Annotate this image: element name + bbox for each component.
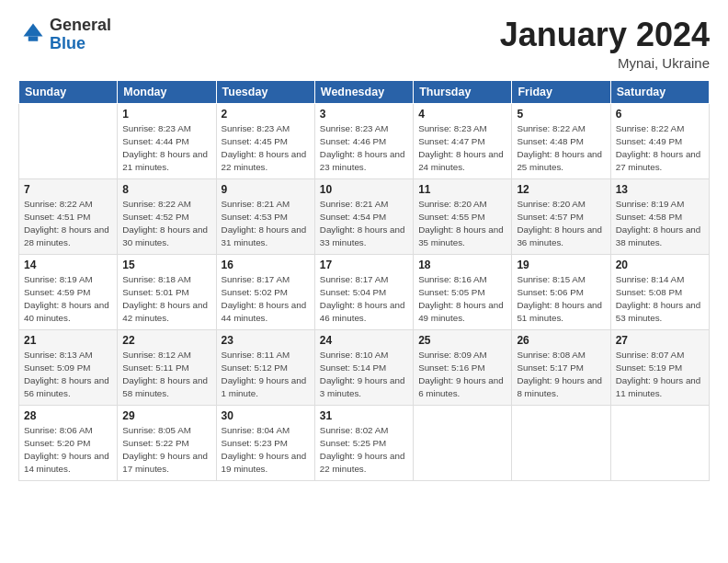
day-number: 11 [418,183,506,196]
day-detail: Sunrise: 8:06 AMSunset: 5:20 PMDaylight:… [24,424,112,477]
day-number: 1 [122,108,210,121]
calendar-table: Sunday Monday Tuesday Wednesday Thursday… [18,80,710,481]
calendar-cell: 4 Sunrise: 8:23 AMSunset: 4:47 PMDayligh… [414,103,512,178]
calendar-week-4: 21 Sunrise: 8:13 AMSunset: 5:09 PMDaylig… [19,329,710,405]
day-number: 24 [320,334,408,347]
day-number: 26 [517,334,605,347]
calendar-cell: 25 Sunrise: 8:09 AMSunset: 5:16 PMDaylig… [414,329,512,405]
calendar-cell: 1 Sunrise: 8:23 AMSunset: 4:44 PMDayligh… [118,103,216,178]
calendar-cell: 2 Sunrise: 8:23 AMSunset: 4:45 PMDayligh… [216,103,314,178]
day-detail: Sunrise: 8:11 AMSunset: 5:12 PMDaylight:… [222,349,310,401]
day-detail: Sunrise: 8:10 AMSunset: 5:14 PMDaylight:… [320,349,408,401]
day-detail: Sunrise: 8:21 AMSunset: 4:53 PMDaylight:… [222,198,310,250]
col-saturday: Saturday [610,80,709,103]
day-detail: Sunrise: 8:23 AMSunset: 4:46 PMDaylight:… [320,122,408,175]
calendar-cell: 31 Sunrise: 8:02 AMSunset: 5:25 PMDaylig… [314,405,413,480]
day-number: 18 [418,259,506,271]
calendar-cell: 16 Sunrise: 8:17 AMSunset: 5:02 PMDaylig… [216,254,314,329]
calendar-cell: 13 Sunrise: 8:19 AMSunset: 4:58 PMDaylig… [610,178,709,254]
day-detail: Sunrise: 8:20 AMSunset: 4:55 PMDaylight:… [418,198,506,250]
day-number: 3 [320,108,408,121]
calendar-cell [414,405,512,480]
day-number: 2 [222,108,310,121]
day-detail: Sunrise: 8:19 AMSunset: 4:59 PMDaylight:… [24,273,112,326]
day-number: 22 [122,334,210,347]
day-number: 14 [24,259,112,271]
day-detail: Sunrise: 8:02 AMSunset: 5:25 PMDaylight:… [320,424,408,477]
day-number: 12 [517,183,605,196]
day-number: 29 [122,409,210,422]
day-number: 10 [320,183,408,196]
day-detail: Sunrise: 8:04 AMSunset: 5:23 PMDaylight:… [222,424,310,477]
calendar-week-3: 14 Sunrise: 8:19 AMSunset: 4:59 PMDaylig… [19,254,710,329]
calendar-cell: 27 Sunrise: 8:07 AMSunset: 5:19 PMDaylig… [610,329,709,405]
col-sunday: Sunday [19,80,118,103]
day-number: 31 [320,409,408,422]
day-detail: Sunrise: 8:17 AMSunset: 5:02 PMDaylight:… [222,273,310,326]
day-detail: Sunrise: 8:16 AMSunset: 5:05 PMDaylight:… [418,273,506,326]
col-wednesday: Wednesday [314,80,413,103]
calendar-cell [19,103,118,178]
day-number: 20 [616,259,704,271]
day-number: 21 [24,334,112,347]
title-block: January 2024 Mynai, Ukraine [500,17,710,71]
col-monday: Monday [118,80,216,103]
day-number: 4 [418,108,506,121]
day-detail: Sunrise: 8:14 AMSunset: 5:08 PMDaylight:… [616,273,704,326]
calendar-cell: 30 Sunrise: 8:04 AMSunset: 5:23 PMDaylig… [216,405,314,480]
day-detail: Sunrise: 8:20 AMSunset: 4:57 PMDaylight:… [517,198,605,250]
calendar-cell: 8 Sunrise: 8:22 AMSunset: 4:52 PMDayligh… [118,178,216,254]
day-detail: Sunrise: 8:22 AMSunset: 4:51 PMDaylight:… [24,198,112,250]
day-detail: Sunrise: 8:22 AMSunset: 4:48 PMDaylight:… [517,122,605,175]
calendar-cell: 29 Sunrise: 8:05 AMSunset: 5:22 PMDaylig… [118,405,216,480]
calendar-cell: 14 Sunrise: 8:19 AMSunset: 4:59 PMDaylig… [19,254,118,329]
day-number: 8 [122,183,210,196]
logo-blue-text: Blue [50,34,85,52]
calendar-cell: 22 Sunrise: 8:12 AMSunset: 5:11 PMDaylig… [118,329,216,405]
day-detail: Sunrise: 8:19 AMSunset: 4:58 PMDaylight:… [616,198,704,250]
day-detail: Sunrise: 8:08 AMSunset: 5:17 PMDaylight:… [517,349,605,401]
col-tuesday: Tuesday [216,80,314,103]
calendar-page: General Blue January 2024 Mynai, Ukraine… [0,0,728,563]
day-number: 19 [517,259,605,271]
day-number: 15 [122,259,210,271]
calendar-cell: 24 Sunrise: 8:10 AMSunset: 5:14 PMDaylig… [314,329,413,405]
header-row: Sunday Monday Tuesday Wednesday Thursday… [19,80,710,103]
day-detail: Sunrise: 8:22 AMSunset: 4:49 PMDaylight:… [616,122,704,175]
calendar-title: January 2024 [500,17,710,53]
day-number: 27 [616,334,704,347]
day-number: 7 [24,183,112,196]
day-detail: Sunrise: 8:22 AMSunset: 4:52 PMDaylight:… [122,198,210,250]
day-detail: Sunrise: 8:07 AMSunset: 5:19 PMDaylight:… [616,349,704,401]
day-detail: Sunrise: 8:23 AMSunset: 4:44 PMDaylight:… [122,122,210,175]
calendar-cell: 9 Sunrise: 8:21 AMSunset: 4:53 PMDayligh… [216,178,314,254]
logo-icon [20,20,46,46]
calendar-cell: 20 Sunrise: 8:14 AMSunset: 5:08 PMDaylig… [610,254,709,329]
svg-marker-0 [24,23,43,36]
day-detail: Sunrise: 8:18 AMSunset: 5:01 PMDaylight:… [122,273,210,326]
calendar-cell: 26 Sunrise: 8:08 AMSunset: 5:17 PMDaylig… [512,329,610,405]
day-number: 25 [418,334,506,347]
day-detail: Sunrise: 8:05 AMSunset: 5:22 PMDaylight:… [122,424,210,477]
logo-general-text: General [50,16,111,34]
calendar-week-5: 28 Sunrise: 8:06 AMSunset: 5:20 PMDaylig… [19,405,710,480]
calendar-cell: 10 Sunrise: 8:21 AMSunset: 4:54 PMDaylig… [314,178,413,254]
header: General Blue January 2024 Mynai, Ukraine [18,17,710,71]
calendar-week-1: 1 Sunrise: 8:23 AMSunset: 4:44 PMDayligh… [19,103,710,178]
calendar-cell: 12 Sunrise: 8:20 AMSunset: 4:57 PMDaylig… [512,178,610,254]
calendar-cell: 21 Sunrise: 8:13 AMSunset: 5:09 PMDaylig… [19,329,118,405]
calendar-cell [512,405,610,480]
svg-rect-1 [28,36,39,40]
calendar-cell: 19 Sunrise: 8:15 AMSunset: 5:06 PMDaylig… [512,254,610,329]
day-detail: Sunrise: 8:13 AMSunset: 5:09 PMDaylight:… [24,349,112,401]
day-detail: Sunrise: 8:12 AMSunset: 5:11 PMDaylight:… [122,349,210,401]
day-detail: Sunrise: 8:09 AMSunset: 5:16 PMDaylight:… [418,349,506,401]
day-number: 30 [222,409,310,422]
col-friday: Friday [512,80,610,103]
day-number: 13 [616,183,704,196]
calendar-cell [610,405,709,480]
day-detail: Sunrise: 8:23 AMSunset: 4:45 PMDaylight:… [222,122,310,175]
calendar-cell: 18 Sunrise: 8:16 AMSunset: 5:05 PMDaylig… [414,254,512,329]
day-detail: Sunrise: 8:17 AMSunset: 5:04 PMDaylight:… [320,273,408,326]
calendar-cell: 17 Sunrise: 8:17 AMSunset: 5:04 PMDaylig… [314,254,413,329]
